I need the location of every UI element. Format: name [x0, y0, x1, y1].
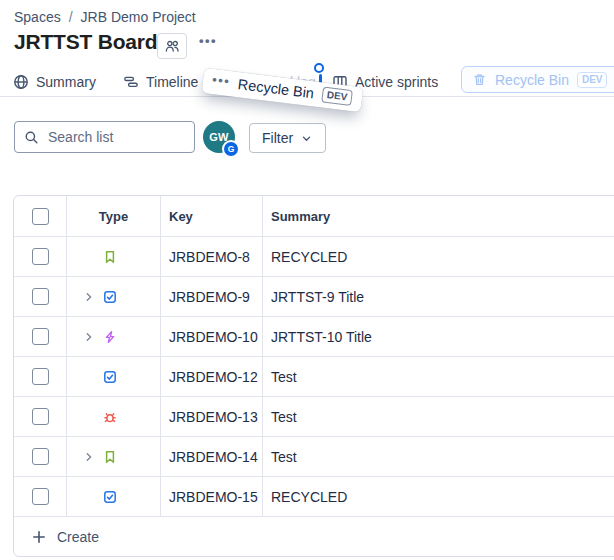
create-label: Create [57, 529, 99, 545]
tab-recycle-bin-drop-source: Recycle Bin DEV [461, 66, 614, 93]
expand-chevron-icon[interactable] [78, 289, 99, 305]
drop-indicator-pin-head [314, 63, 324, 73]
table-row[interactable]: JRBDEMO-14 Test [14, 436, 614, 476]
search-input[interactable] [46, 128, 185, 146]
task-icon [102, 289, 118, 305]
dev-badge: DEV [577, 72, 608, 88]
table-header-row: Type Key Summary [14, 196, 614, 236]
table-row[interactable]: JRBDEMO-10 JRTTST-10 Title [14, 316, 614, 356]
search-box [14, 121, 195, 153]
row-checkbox[interactable] [32, 488, 49, 505]
tab-summary[interactable]: Summary [13, 69, 96, 95]
issue-summary[interactable]: JRTTST-10 Title [271, 329, 372, 345]
breadcrumb-spaces[interactable]: Spaces [14, 9, 61, 25]
issue-key[interactable]: JRBDEMO-12 [169, 369, 258, 385]
select-all-checkbox[interactable] [32, 208, 49, 225]
tab-label: Timeline [146, 74, 198, 90]
expand-chevron-icon[interactable] [78, 449, 99, 465]
plus-icon [31, 529, 47, 545]
issue-key[interactable]: JRBDEMO-10 [169, 329, 258, 345]
task-icon [102, 369, 118, 385]
bug-icon [102, 409, 118, 425]
issue-list-table: Type Key Summary JRBDEMO-8 RECYCLED JRBD… [13, 195, 614, 557]
drag-card-label: Recycle Bin [237, 76, 315, 101]
issue-summary[interactable]: Test [271, 369, 297, 385]
epic-icon [102, 329, 118, 345]
issue-key[interactable]: JRBDEMO-9 [169, 289, 250, 305]
table-row[interactable]: JRBDEMO-13 Test [14, 396, 614, 436]
column-header-key[interactable]: Key [161, 196, 263, 236]
breadcrumb: Spaces / JRB Demo Project [14, 9, 196, 25]
share-people-button[interactable] [157, 33, 187, 59]
search-icon [24, 130, 39, 145]
breadcrumb-project[interactable]: JRB Demo Project [81, 9, 196, 25]
issue-key[interactable]: JRBDEMO-13 [169, 409, 258, 425]
issue-key[interactable]: JRBDEMO-8 [169, 249, 250, 265]
filter-label: Filter [262, 130, 293, 146]
title-more-menu-button[interactable]: ••• [199, 33, 217, 48]
story-icon [102, 449, 118, 465]
avatar-stack[interactable]: GW G [203, 121, 236, 154]
row-checkbox[interactable] [32, 248, 49, 265]
task-icon [102, 489, 118, 505]
table-row[interactable]: JRBDEMO-15 RECYCLED [14, 476, 614, 516]
tab-label: Recycle Bin [495, 72, 569, 88]
issue-key[interactable]: JRBDEMO-14 [169, 449, 258, 465]
issue-summary[interactable]: Test [271, 449, 297, 465]
column-header-type[interactable]: Type [67, 196, 161, 236]
row-checkbox[interactable] [32, 448, 49, 465]
story-icon [102, 249, 118, 265]
table-row[interactable]: JRBDEMO-8 RECYCLED [14, 236, 614, 276]
row-checkbox[interactable] [32, 328, 49, 345]
trash-icon [472, 72, 487, 87]
row-checkbox[interactable] [32, 368, 49, 385]
issue-key[interactable]: JRBDEMO-15 [169, 489, 258, 505]
drag-handle-dots-icon: ••• [211, 72, 231, 89]
issue-summary[interactable]: RECYCLED [271, 249, 347, 265]
issue-summary[interactable]: Test [271, 409, 297, 425]
table-row[interactable]: JRBDEMO-12 Test [14, 356, 614, 396]
tab-label: Summary [36, 74, 96, 90]
tab-label: Active sprints [355, 74, 438, 90]
issue-summary[interactable]: RECYCLED [271, 489, 347, 505]
column-header-summary[interactable]: Summary [263, 196, 614, 236]
row-checkbox[interactable] [32, 408, 49, 425]
expand-chevron-icon[interactable] [78, 329, 99, 345]
page-title: JRTTST Board [14, 30, 157, 54]
filter-button[interactable]: Filter [249, 123, 326, 153]
globe-icon [13, 74, 29, 90]
chevron-down-icon [300, 132, 313, 145]
table-row[interactable]: JRBDEMO-9 JRTTST-9 Title [14, 276, 614, 316]
timeline-icon [123, 74, 139, 90]
dev-badge: DEV [321, 86, 353, 106]
breadcrumb-separator: / [69, 9, 73, 25]
issue-summary[interactable]: JRTTST-9 Title [271, 289, 364, 305]
people-group-icon [164, 39, 181, 54]
tab-timeline[interactable]: Timeline [123, 69, 198, 95]
avatar-badge[interactable]: G [222, 140, 240, 158]
row-checkbox[interactable] [32, 288, 49, 305]
create-button[interactable]: Create [14, 516, 614, 556]
